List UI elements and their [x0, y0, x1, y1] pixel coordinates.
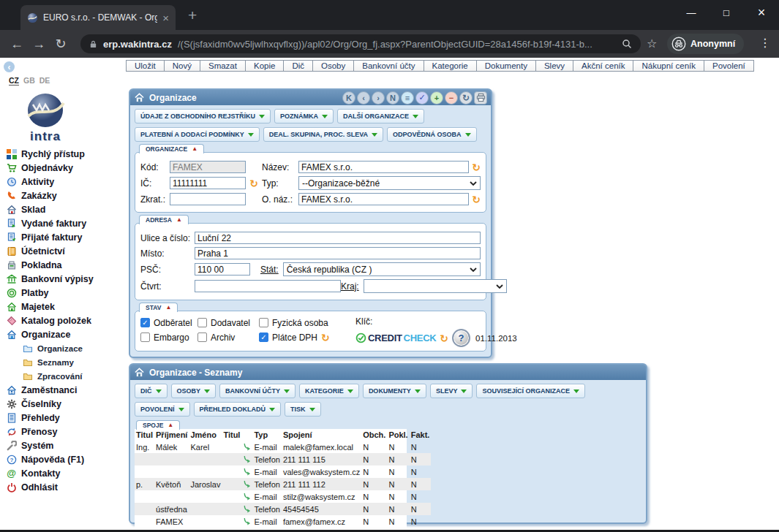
- sidebar-item-majetek[interactable]: Majetek: [5, 300, 126, 314]
- sidebar-item-ciselniky[interactable]: Číselníky: [5, 397, 126, 411]
- menu-dokumenty-button[interactable]: DOKUMENTY: [363, 384, 426, 398]
- sidebar-item-pokladna[interactable]: Pokladna: [5, 258, 126, 272]
- list-button[interactable]: ≡: [401, 91, 414, 104]
- checkbox-fyzicka-osoba[interactable]: ✓ Fyzická osoba: [259, 316, 355, 329]
- dic-button[interactable]: Dič: [283, 60, 313, 72]
- sidebar-subitem-seznamy[interactable]: Seznamy: [21, 355, 126, 369]
- save-button[interactable]: Uložit: [126, 60, 165, 72]
- persons-button[interactable]: Osoby: [312, 60, 354, 72]
- ulice-field[interactable]: [195, 232, 481, 244]
- table-row[interactable]: E-mailstilz@waksystem.czNNN: [135, 490, 431, 503]
- odberatel-checkbox-box[interactable]: ✓: [140, 318, 150, 327]
- kod-field[interactable]: [170, 161, 246, 173]
- sidebar-item-odhlasit[interactable]: Odhlásit: [5, 480, 126, 494]
- menu-slevy-button[interactable]: SLEVY: [430, 384, 473, 398]
- onaz-field[interactable]: [298, 193, 469, 205]
- window-close-button[interactable]: ×: [744, 0, 779, 25]
- menu-bankovni-ucty-button[interactable]: BANKOVNÍ ÚČTY: [219, 384, 296, 398]
- refresh-onaz-icon[interactable]: ↻: [472, 194, 481, 205]
- sidebar-item-aktivity[interactable]: Aktivity: [5, 175, 126, 189]
- menu-dalsi-organizace-button[interactable]: DALŠÍ ORGANIZACE: [337, 109, 424, 123]
- menu-poznamka-button[interactable]: POZNÁMKA: [274, 109, 334, 123]
- permissions-button[interactable]: Povolení: [704, 60, 754, 72]
- nav-last-button[interactable]: N: [386, 91, 399, 104]
- menu-dic-button[interactable]: DIČ: [135, 384, 168, 398]
- menu-souvisejici-organizace-button[interactable]: SOUVISEJÍCÍ ORGANIZACE: [476, 384, 585, 398]
- connection-arrow-icon[interactable]: [243, 468, 251, 476]
- sidebar-subitem-organizace[interactable]: Organizace: [21, 341, 126, 355]
- menu-odpovedna-osoba-button[interactable]: ODPOVĚDNÁ OSOBA: [387, 127, 477, 142]
- connection-arrow-icon[interactable]: [243, 443, 251, 451]
- table-row[interactable]: FAMEX E-mailfamex@famex.czNNN: [135, 515, 431, 528]
- purchase-pricelist-button[interactable]: Nákupní ceník: [633, 60, 704, 72]
- new-tab-button[interactable]: +: [188, 7, 197, 24]
- sidebar-item-rychly-pristup[interactable]: Rychlý přístup: [5, 147, 126, 161]
- wak-intra-logo[interactable]: intra: [16, 91, 75, 144]
- window-maximize-button[interactable]: □: [709, 0, 744, 25]
- refresh-nazev-icon[interactable]: ↻: [472, 162, 481, 172]
- menu-osoby-button[interactable]: OSOBY: [171, 384, 217, 398]
- menu-platebni-podminky-button[interactable]: PLATEBNÍ A DODACÍ PODMÍNKY: [135, 127, 260, 142]
- bookmark-star-icon[interactable]: ☆: [647, 37, 657, 50]
- connection-arrow-icon[interactable]: [243, 505, 251, 513]
- sidebar-item-prenosy[interactable]: Přenosy: [5, 425, 126, 438]
- menu-povoleni-button[interactable]: POVOLENÍ: [135, 402, 190, 417]
- window-minimize-button[interactable]: —: [674, 0, 709, 25]
- sidebar-item-zakazky[interactable]: Zakázky: [5, 189, 126, 202]
- sidebar-item-organizace[interactable]: Organizace: [5, 327, 126, 341]
- forward-icon[interactable]: →: [28, 37, 50, 52]
- copy-button[interactable]: Kopie: [245, 60, 284, 72]
- documents-button[interactable]: Dokumenty: [476, 60, 536, 72]
- reload-icon[interactable]: ↻: [50, 36, 72, 52]
- table-row[interactable]: Telefon211 111 115NNN: [135, 453, 431, 466]
- new-button[interactable]: Nový: [164, 60, 200, 72]
- menu-kategorie-button[interactable]: KATEGORIE: [299, 384, 359, 398]
- ic-field[interactable]: [170, 177, 246, 189]
- sidebar-item-zamestnanci[interactable]: Zaměstnanci: [5, 383, 126, 397]
- checkbox-platce-dph[interactable]: ✓ Plátce DPH ↻: [259, 331, 355, 343]
- connection-arrow-icon[interactable]: [243, 517, 251, 525]
- lang-cz[interactable]: CZ: [9, 76, 19, 86]
- zkrat-field[interactable]: [170, 193, 246, 205]
- section-spoje-tab[interactable]: SPOJE ▲: [136, 420, 180, 430]
- section-adresa-tab[interactable]: ADRESA ▲: [139, 215, 189, 224]
- table-row[interactable]: ústředna Telefon45454545NNN: [135, 503, 431, 515]
- confirm-button[interactable]: ✓: [415, 91, 429, 104]
- connection-arrow-icon[interactable]: [243, 493, 251, 501]
- nazev-field[interactable]: [298, 161, 469, 173]
- checkbox-archiv[interactable]: ✓ Archiv: [197, 331, 259, 343]
- checkbox-embargo[interactable]: ✓ Embargo: [140, 331, 197, 343]
- nav-prev-button[interactable]: ‹: [357, 91, 370, 104]
- sidebar-item-platby[interactable]: Platby: [5, 286, 126, 300]
- connection-arrow-icon[interactable]: [243, 480, 251, 488]
- archiv-checkbox-box[interactable]: ✓: [197, 332, 207, 342]
- menu-udaje-z-rejstriku-button[interactable]: ÚDAJE Z OBCHODNÍHO REJSTŘÍKU: [135, 109, 271, 123]
- table-row[interactable]: Ing.MálekKarel E-mailmalek@famex.localNN…: [135, 441, 431, 453]
- add-button[interactable]: +: [430, 91, 443, 104]
- nav-first-button[interactable]: K: [342, 91, 355, 104]
- checkbox-odberatel[interactable]: ✓ Odběratel: [140, 316, 197, 329]
- lang-gb[interactable]: GB: [23, 76, 35, 86]
- sidebar-item-vydane-faktury[interactable]: Vydané faktury: [5, 216, 126, 230]
- sidebar-item-napoveda[interactable]: ? Nápověda (F1): [5, 452, 126, 466]
- dodavatel-checkbox-box[interactable]: ✓: [197, 318, 207, 327]
- browser-menu-icon[interactable]: ⋮: [759, 36, 771, 50]
- refresh-dph-icon[interactable]: ↻: [321, 332, 330, 343]
- categories-button[interactable]: Kategorie: [424, 60, 477, 72]
- menu-deal-skupina-button[interactable]: DEAL. SKUPINA, PROC. SLEVA: [263, 127, 383, 142]
- tab-close-icon[interactable]: ×: [162, 12, 169, 23]
- print-button[interactable]: [474, 91, 487, 104]
- nav-next-button[interactable]: ›: [372, 91, 385, 104]
- sidebar-item-kontakty[interactable]: @ Kontakty: [5, 466, 126, 480]
- menu-prehled-dokladu-button[interactable]: PŘEHLED DOKLADŮ: [194, 402, 282, 417]
- checkbox-dodavatel[interactable]: ✓ Dodavatel: [197, 316, 259, 329]
- sidebar-item-prehledy[interactable]: Přehledy: [5, 411, 126, 425]
- sidebar-item-katalog-polozek[interactable]: Katalog položek: [5, 314, 126, 327]
- sidebar-subitem-zpracovani[interactable]: Zpracování: [21, 369, 126, 383]
- section-stav-tab[interactable]: STAV ▲: [139, 303, 178, 312]
- ctvrt-field[interactable]: [195, 280, 341, 292]
- refresh-creditcheck-icon[interactable]: ↻: [440, 333, 448, 343]
- address-bar[interactable]: erp.wakintra.cz/(S(jsfaxidm0wv5ljwlhxqvf…: [80, 34, 641, 53]
- connection-arrow-icon[interactable]: [243, 455, 251, 463]
- delete-button[interactable]: Smazat: [200, 60, 246, 72]
